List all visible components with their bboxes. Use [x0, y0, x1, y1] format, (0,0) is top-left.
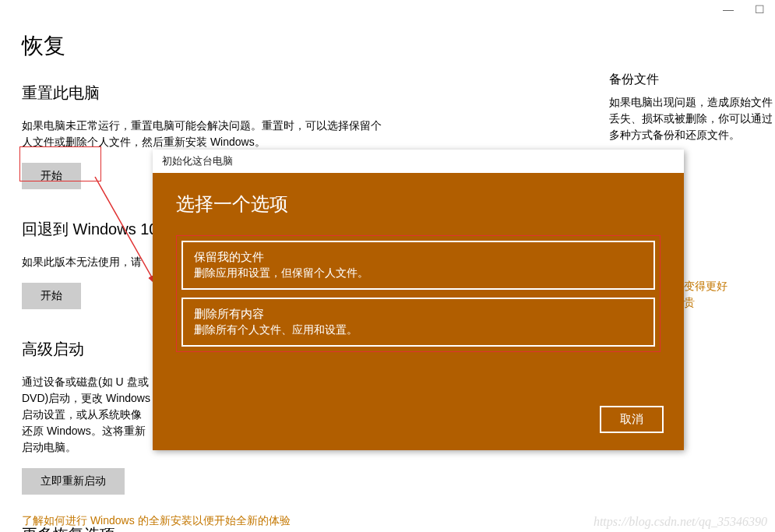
- side-column: 备份文件 如果电脑出现问题，造成原始文件丢失、损坏或被删除，你可以通过多种方式备…: [609, 72, 773, 143]
- option-title: 删除所有内容: [194, 307, 643, 322]
- option-keep-files[interactable]: 保留我的文件 删除应用和设置，但保留个人文件。: [181, 241, 655, 290]
- dialog-cancel-button[interactable]: 取消: [600, 406, 664, 433]
- option-desc: 删除应用和设置，但保留个人文件。: [194, 266, 643, 280]
- reset-start-button[interactable]: 开始: [22, 163, 81, 189]
- side-link-2[interactable]: 贵: [684, 296, 695, 310]
- advanced-restart-button[interactable]: 立即重新启动: [22, 468, 125, 495]
- option-remove-all[interactable]: 删除所有内容 删除所有个人文件、应用和设置。: [181, 298, 655, 347]
- page-title: 恢复: [22, 31, 388, 61]
- reset-heading: 重置此电脑: [22, 83, 388, 104]
- rollback-start-button[interactable]: 开始: [22, 283, 81, 309]
- dialog-options-highlight: 保留我的文件 删除应用和设置，但保留个人文件。 删除所有内容 删除所有个人文件、…: [176, 235, 661, 352]
- dialog-heading: 选择一个选项: [176, 192, 661, 217]
- watermark: https://blog.csdn.net/qq_35346390: [594, 515, 767, 529]
- backup-desc: 如果电脑出现问题，造成原始文件丢失、损坏或被删除，你可以通过多种方式备份和还原文…: [609, 94, 773, 143]
- fresh-install-link[interactable]: 了解如何进行 Windows 的全新安装以便开始全新的体验: [22, 514, 291, 528]
- minimize-icon[interactable]: —: [722, 3, 734, 16]
- maximize-icon[interactable]: ☐: [753, 3, 766, 16]
- option-desc: 删除所有个人文件、应用和设置。: [194, 323, 643, 337]
- option-title: 保留我的文件: [194, 250, 643, 265]
- advanced-desc: 通过设备或磁盘(如 U 盘或 DVD)启动，更改 Windows 启动设置，或从…: [22, 374, 150, 456]
- reset-desc: 如果电脑未正常运行，重置电脑可能会解决问题。重置时，可以选择保留个人文件或删除个…: [22, 118, 388, 150]
- dialog-title: 初始化这台电脑: [153, 150, 684, 173]
- backup-heading: 备份文件: [609, 72, 773, 88]
- reset-dialog: 初始化这台电脑 选择一个选项 保留我的文件 删除应用和设置，但保留个人文件。 删…: [153, 150, 684, 450]
- side-link-1[interactable]: 变得更好: [684, 280, 727, 294]
